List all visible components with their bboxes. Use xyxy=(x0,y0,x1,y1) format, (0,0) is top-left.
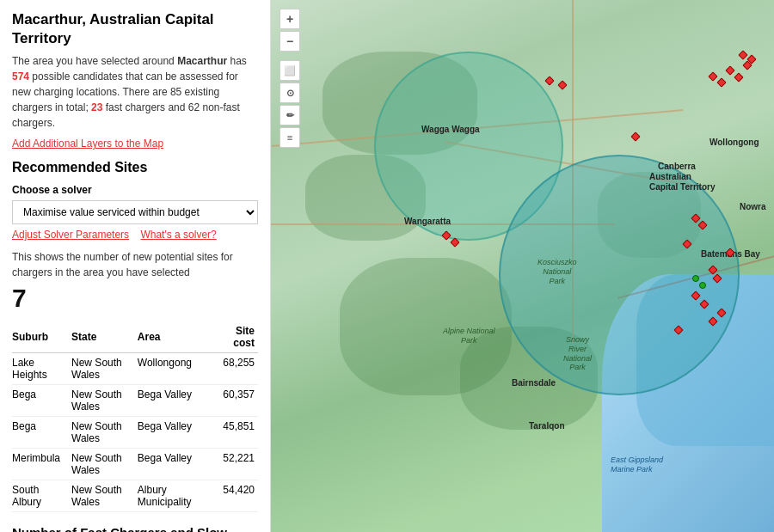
table-cell: New South Wales xyxy=(71,480,138,512)
table-cell: 60,357 xyxy=(216,385,258,417)
table-cell: Bega Valley xyxy=(138,417,216,449)
table-cell: South Albury xyxy=(12,480,71,512)
map-label-park: Kosciuszko National Park xyxy=(538,258,577,285)
table-cell: New South Wales xyxy=(71,353,138,385)
table-cell: New South Wales xyxy=(71,449,138,480)
map-label-city: Taralqon xyxy=(529,421,564,431)
page-title: Macarthur, Australian Capital Territory xyxy=(12,10,258,48)
col-suburb: Suburb xyxy=(12,321,71,353)
layers-button[interactable]: ≡ xyxy=(280,127,300,148)
fast-count: 23 xyxy=(91,101,102,113)
table-row: BegaNew South WalesBega Valley45,851 xyxy=(12,417,258,449)
table-cell: 54,420 xyxy=(216,480,258,512)
location-button[interactable]: ⊙ xyxy=(280,83,300,103)
map-marker-green xyxy=(692,275,699,282)
col-state: State xyxy=(71,321,138,353)
table-cell: Wollongong xyxy=(138,353,216,385)
sites-description: This shows the number of new potential s… xyxy=(12,249,258,280)
existing-count: 85 xyxy=(170,86,181,98)
left-panel: Macarthur, Australian Capital Territory … xyxy=(0,0,271,532)
table-cell: New South Wales xyxy=(71,417,138,449)
table-cell: Bega Valley xyxy=(138,449,216,480)
sites-count: 7 xyxy=(12,284,258,313)
table-cell: Lake Heights xyxy=(12,353,71,385)
map-label-city: Wollongong xyxy=(710,138,759,148)
whats-solver-link[interactable]: What's a solver? xyxy=(140,229,216,241)
non-fast-count: 62 xyxy=(188,101,200,113)
solver-select[interactable]: Maximise value serviced within budget Mi… xyxy=(12,200,258,224)
table-cell: Bega xyxy=(12,385,71,417)
fullscreen-button[interactable]: ⬜ xyxy=(280,60,300,81)
table-row: Lake HeightsNew South WalesWollongong68,… xyxy=(12,353,258,385)
table-cell: Merimbula xyxy=(12,449,71,480)
table-cell: 52,221 xyxy=(216,449,258,480)
map-label-park: Alpine National Park xyxy=(443,327,495,345)
table-cell: 68,255 xyxy=(216,353,258,385)
intro-paragraph: The area you have selected around Macart… xyxy=(12,53,258,131)
table-row: MerimbulaNew South WalesBega Valley52,22… xyxy=(12,449,258,480)
map-label-city: Bairnsdale xyxy=(512,378,556,388)
table-cell: Bega Valley xyxy=(138,385,216,417)
map-marker-green xyxy=(699,282,706,289)
solver-label: Choose a solver xyxy=(12,184,258,196)
map-label-city: Canberra xyxy=(658,162,696,172)
location-name: Macarthur xyxy=(177,55,227,67)
table-cell: New South Wales xyxy=(71,385,138,417)
table-row: South AlburyNew South WalesAlbury Munici… xyxy=(12,480,258,512)
map-label-city: Wagga Wagga xyxy=(421,125,480,135)
draw-button[interactable]: ✏ xyxy=(280,105,300,125)
map-panel[interactable]: Wagga WaggaCanberraAustralian Capital Te… xyxy=(271,0,774,532)
zoom-out-button[interactable]: − xyxy=(280,31,300,52)
recommended-sites-heading: Recommended Sites xyxy=(12,160,258,175)
table-cell: Albury Municipality xyxy=(138,480,216,512)
map-controls: + − ⬜ ⊙ ✏ ≡ xyxy=(280,9,300,148)
control-separator xyxy=(280,53,300,58)
col-cost: Site cost xyxy=(216,321,258,353)
solver-links: Adjust Solver Parameters What's a solver… xyxy=(12,229,258,241)
table-cell: Bega xyxy=(12,417,71,449)
map-label-city: Wangaratta xyxy=(404,217,451,227)
map-label-city: Nowra xyxy=(740,202,766,212)
candidates-count: 574 xyxy=(12,70,29,83)
sites-table: Suburb State Area Site cost Lake Heights… xyxy=(12,321,258,512)
table-cell: 45,851 xyxy=(216,417,258,449)
zoom-in-button[interactable]: + xyxy=(280,9,300,29)
table-row: BegaNew South WalesBega Valley60,357 xyxy=(12,385,258,417)
map-label-water: East Gippsland Marine Park xyxy=(611,456,663,474)
map-label-city: Australian Capital Territory xyxy=(649,172,716,193)
chargers-heading: Number of Fast Chargers and Slow Charger… xyxy=(12,524,258,532)
col-area: Area xyxy=(138,321,216,353)
add-layers-link[interactable]: Add Additional Layers to the Map xyxy=(12,138,258,150)
map-label-park: Snowy River National Park xyxy=(563,335,592,372)
recommended-sites-section: Recommended Sites Choose a solver Maximi… xyxy=(12,160,258,512)
chargers-section: Number of Fast Chargers and Slow Charger… xyxy=(12,524,258,532)
adjust-solver-link[interactable]: Adjust Solver Parameters xyxy=(12,229,129,241)
